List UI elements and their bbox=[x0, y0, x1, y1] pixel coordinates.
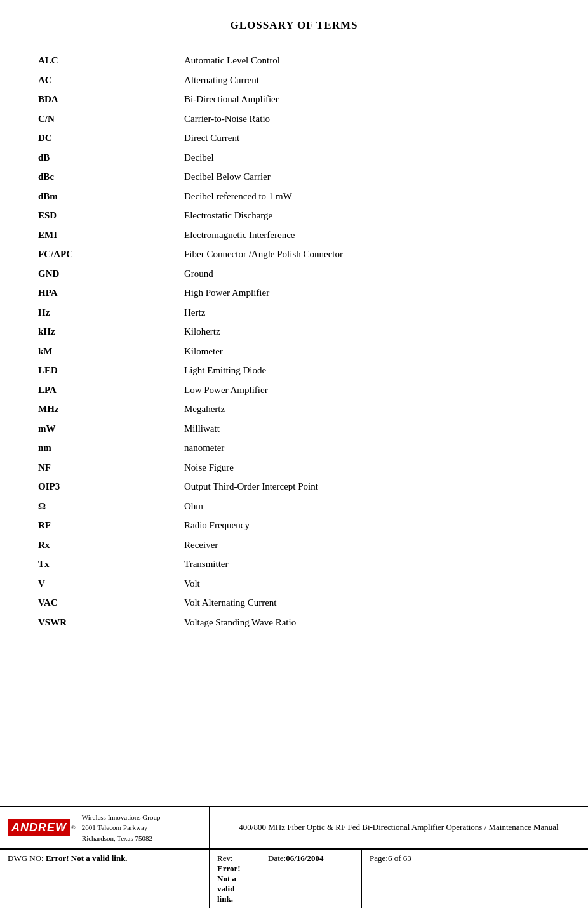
abbr-cell: OIP3 bbox=[38, 477, 184, 497]
abbr-cell: DC bbox=[38, 128, 184, 148]
footer-street: 2601 Telecom Parkway bbox=[82, 824, 148, 831]
table-row: DCDirect Current bbox=[38, 128, 550, 148]
definition-cell: Bi-Directional Amplifier bbox=[184, 90, 550, 109]
abbr-cell: NF bbox=[38, 458, 184, 477]
definition-cell: Radio Frequency bbox=[184, 516, 550, 535]
definition-cell: Output Third-Order Intercept Point bbox=[184, 477, 550, 497]
abbr-cell: kHz bbox=[38, 322, 184, 342]
footer-page: Page:6 of 63 bbox=[362, 850, 588, 908]
table-row: nmnanometer bbox=[38, 438, 550, 458]
definition-cell: Decibel bbox=[184, 148, 550, 168]
definition-cell: Decibel Below Carrier bbox=[184, 167, 550, 187]
page-wrapper: GLOSSARY OF TERMS ALCAutomatic Level Con… bbox=[0, 0, 588, 908]
table-row: NFNoise Figure bbox=[38, 458, 550, 477]
footer-date-value: 06/16/2004 bbox=[286, 853, 323, 863]
definition-cell: Noise Figure bbox=[184, 458, 550, 477]
table-row: kHzKilohertz bbox=[38, 322, 550, 342]
table-row: MHzMegahertz bbox=[38, 399, 550, 419]
footer-manual-title: 400/800 MHz Fiber Optic & RF Fed Bi-Dire… bbox=[239, 822, 558, 832]
definition-cell: Ohm bbox=[184, 497, 550, 516]
table-row: BDABi-Directional Amplifier bbox=[38, 90, 550, 109]
footer-rev-label: Rev: bbox=[217, 853, 233, 863]
footer: ANDREW ® Wireless Innovations Group 2601… bbox=[0, 806, 588, 909]
abbr-cell: Rx bbox=[38, 535, 184, 555]
footer-title-cell: 400/800 MHz Fiber Optic & RF Fed Bi-Dire… bbox=[210, 807, 588, 849]
definition-cell: Direct Current bbox=[184, 128, 550, 148]
abbr-cell: C/N bbox=[38, 109, 184, 129]
footer-address: Wireless Innovations Group 2601 Telecom … bbox=[82, 812, 161, 844]
definition-cell: Low Power Amplifier bbox=[184, 380, 550, 400]
footer-logo-cell: ANDREW ® Wireless Innovations Group 2601… bbox=[0, 807, 210, 849]
table-row: ESDElectrostatic Discharge bbox=[38, 206, 550, 225]
table-row: GNDGround bbox=[38, 264, 550, 284]
footer-date: Date:06/16/2004 bbox=[260, 850, 362, 908]
abbr-cell: nm bbox=[38, 438, 184, 458]
table-row: HPAHigh Power Amplifier bbox=[38, 283, 550, 303]
table-row: VSWRVoltage Standing Wave Ratio bbox=[38, 613, 550, 632]
main-content: GLOSSARY OF TERMS ALCAutomatic Level Con… bbox=[0, 0, 588, 806]
abbr-cell: BDA bbox=[38, 90, 184, 109]
footer-page-label: Page: bbox=[370, 853, 388, 863]
table-row: RxReceiver bbox=[38, 535, 550, 555]
footer-city: Richardson, Texas 75082 bbox=[82, 834, 152, 842]
definition-cell: Kilometer bbox=[184, 342, 550, 361]
definition-cell: Carrier-to-Noise Ratio bbox=[184, 109, 550, 129]
table-row: ΩOhm bbox=[38, 497, 550, 516]
definition-cell: Milliwatt bbox=[184, 419, 550, 439]
table-row: dBcDecibel Below Carrier bbox=[38, 167, 550, 187]
footer-dwg-label: DWG NO: bbox=[8, 853, 44, 863]
definition-cell: High Power Amplifier bbox=[184, 283, 550, 303]
table-row: TxTransmitter bbox=[38, 554, 550, 574]
abbr-cell: dBc bbox=[38, 167, 184, 187]
table-row: RFRadio Frequency bbox=[38, 516, 550, 535]
table-row: EMIElectromagnetic Interference bbox=[38, 225, 550, 245]
footer-top: ANDREW ® Wireless Innovations Group 2601… bbox=[0, 807, 588, 850]
definition-cell: Electrostatic Discharge bbox=[184, 206, 550, 225]
glossary-table: ALCAutomatic Level ControlACAlternating … bbox=[38, 51, 550, 632]
table-row: kMKilometer bbox=[38, 342, 550, 361]
abbr-cell: GND bbox=[38, 264, 184, 284]
abbr-cell: VSWR bbox=[38, 613, 184, 632]
page-title: GLOSSARY OF TERMS bbox=[38, 19, 550, 32]
abbr-cell: mW bbox=[38, 419, 184, 439]
definition-cell: Light Emitting Diode bbox=[184, 361, 550, 380]
definition-cell: Ground bbox=[184, 264, 550, 284]
table-row: VACVolt Alternating Current bbox=[38, 593, 550, 613]
table-row: dBmDecibel referenced to 1 mW bbox=[38, 187, 550, 206]
definition-cell: Megahertz bbox=[184, 399, 550, 419]
footer-group: Wireless Innovations Group bbox=[82, 813, 161, 821]
abbr-cell: FC/APC bbox=[38, 244, 184, 264]
table-row: LEDLight Emitting Diode bbox=[38, 361, 550, 380]
abbr-cell: dB bbox=[38, 148, 184, 168]
footer-page-value: 6 of 63 bbox=[388, 853, 411, 863]
definition-cell: Fiber Connector /Angle Polish Connector bbox=[184, 244, 550, 264]
footer-date-label: Date: bbox=[268, 853, 286, 863]
footer-dwg: DWG NO: Error! Not a valid link. bbox=[0, 850, 210, 908]
definition-cell: Kilohertz bbox=[184, 322, 550, 342]
definition-cell: Transmitter bbox=[184, 554, 550, 574]
footer-rev: Rev: Error! Not a valid link. bbox=[210, 850, 260, 908]
abbr-cell: HPA bbox=[38, 283, 184, 303]
table-row: ALCAutomatic Level Control bbox=[38, 51, 550, 70]
definition-cell: Automatic Level Control bbox=[184, 51, 550, 70]
andrew-logo: ANDREW ® bbox=[8, 819, 76, 836]
abbr-cell: Ω bbox=[38, 497, 184, 516]
footer-dwg-value: Error! Not a valid link. bbox=[46, 853, 128, 863]
definition-cell: nanometer bbox=[184, 438, 550, 458]
table-row: HzHertz bbox=[38, 303, 550, 323]
abbr-cell: RF bbox=[38, 516, 184, 535]
table-row: FC/APCFiber Connector /Angle Polish Conn… bbox=[38, 244, 550, 264]
abbr-cell: ALC bbox=[38, 51, 184, 70]
abbr-cell: LPA bbox=[38, 380, 184, 400]
definition-cell: Hertz bbox=[184, 303, 550, 323]
abbr-cell: dBm bbox=[38, 187, 184, 206]
table-row: dBDecibel bbox=[38, 148, 550, 168]
definition-cell: Voltage Standing Wave Ratio bbox=[184, 613, 550, 632]
definition-cell: Volt bbox=[184, 574, 550, 594]
abbr-cell: Hz bbox=[38, 303, 184, 323]
registered-icon: ® bbox=[71, 824, 76, 831]
logo-box: ANDREW bbox=[8, 819, 70, 836]
abbr-cell: ESD bbox=[38, 206, 184, 225]
table-row: OIP3Output Third-Order Intercept Point bbox=[38, 477, 550, 497]
abbr-cell: LED bbox=[38, 361, 184, 380]
